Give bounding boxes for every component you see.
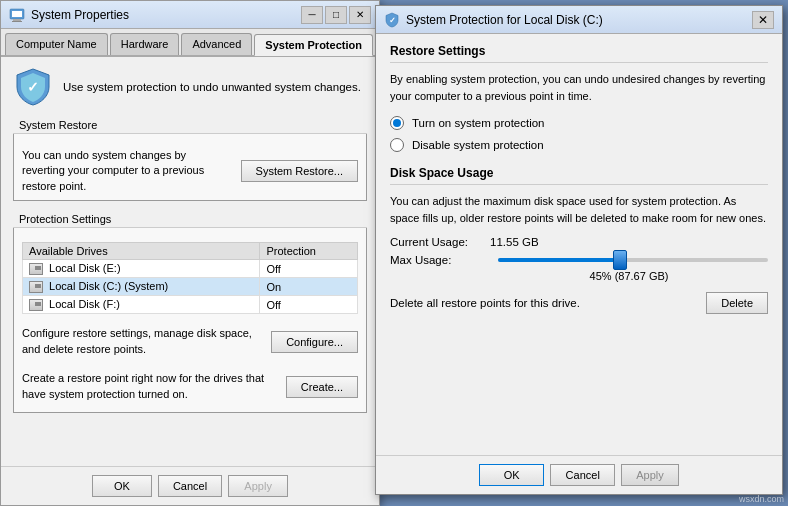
current-usage-value: 11.55 GB (490, 236, 539, 248)
svg-rect-1 (12, 11, 22, 17)
maximize-button[interactable]: □ (325, 6, 347, 24)
tab-computer-name[interactable]: Computer Name (5, 33, 108, 55)
drive-c-name: Local Disk (C:) (System) (23, 278, 260, 296)
disk-usage-description: You can adjust the maximum disk space us… (390, 193, 768, 226)
slider-percent: 45% (87.67 GB) (490, 270, 768, 282)
protection-settings-title: Protection Settings (13, 211, 367, 228)
delete-text: Delete all restore points for this drive… (390, 297, 580, 309)
turn-on-radio[interactable] (390, 116, 404, 130)
header-section: ✓ Use system protection to undo unwanted… (13, 67, 367, 107)
current-usage-label: Current Usage: (390, 236, 490, 248)
create-section: Create a restore point right now for the… (22, 367, 358, 406)
sp-apply-button[interactable]: Apply (621, 464, 679, 486)
apply-button[interactable]: Apply (228, 475, 288, 497)
tab-system-protection[interactable]: System Protection (254, 34, 373, 56)
turn-on-label: Turn on system protection (412, 117, 545, 129)
system-restore-title: System Restore (13, 117, 367, 134)
drives-col-header: Available Drives (23, 243, 260, 260)
table-row: Local Disk (E:) Off (23, 260, 358, 278)
system-restore-row: You can undo system changes by reverting… (22, 148, 358, 194)
bottom-buttons: OK Cancel Apply (1, 466, 379, 505)
sp-title-icon: ✓ (384, 12, 400, 28)
current-usage-row: Current Usage: 11.55 GB (390, 236, 768, 248)
sp-cancel-button[interactable]: Cancel (550, 464, 615, 486)
disable-option[interactable]: Disable system protection (390, 138, 768, 152)
protection-settings-content: Available Drives Protection Local Disk (… (14, 236, 366, 412)
tabs-container: Computer Name Hardware Advanced System P… (1, 29, 379, 57)
create-button[interactable]: Create... (286, 376, 358, 398)
sp-bottom-buttons: OK Cancel Apply (376, 455, 782, 494)
svg-rect-2 (13, 19, 21, 21)
max-usage-label: Max Usage: (390, 254, 490, 266)
drive-icon (29, 281, 43, 293)
minimize-button[interactable]: ─ (301, 6, 323, 24)
system-properties-titlebar: System Properties ─ □ ✕ (1, 1, 379, 29)
disable-radio[interactable] (390, 138, 404, 152)
disk-usage-divider (390, 184, 768, 185)
sp-dialog-title: System Protection for Local Disk (C:) (406, 13, 752, 27)
drives-table: Available Drives Protection Local Disk (… (22, 242, 358, 314)
close-button[interactable]: ✕ (349, 6, 371, 24)
configure-section: Configure restore settings, manage disk … (22, 322, 358, 361)
shield-icon: ✓ (13, 67, 53, 107)
disable-label: Disable system protection (412, 139, 544, 151)
disk-usage-title: Disk Space Usage (390, 166, 768, 180)
slider-fill (498, 258, 620, 262)
restore-settings-title: Restore Settings (390, 44, 768, 58)
header-text: Use system protection to undo unwanted s… (63, 79, 361, 95)
system-restore-description: You can undo system changes by reverting… (22, 148, 231, 194)
delete-button[interactable]: Delete (706, 292, 768, 314)
sp-ok-button[interactable]: OK (479, 464, 544, 486)
drive-e-protection: Off (260, 260, 358, 278)
drive-c-protection: On (260, 278, 358, 296)
tab-advanced[interactable]: Advanced (181, 33, 252, 55)
drive-f-protection: Off (260, 296, 358, 314)
system-restore-button[interactable]: System Restore... (241, 160, 358, 182)
configure-text: Configure restore settings, manage disk … (22, 326, 271, 357)
slider-thumb[interactable] (613, 250, 627, 270)
restore-divider (390, 62, 768, 63)
system-properties-content: ✓ Use system protection to undo unwanted… (1, 57, 379, 433)
system-restore-content: You can undo system changes by reverting… (14, 142, 366, 200)
drive-icon (29, 263, 43, 275)
table-row: Local Disk (C:) (System) On (23, 278, 358, 296)
drive-f-name: Local Disk (F:) (23, 296, 260, 314)
sp-dialog: ✓ System Protection for Local Disk (C:) … (375, 5, 783, 495)
svg-text:✓: ✓ (389, 16, 396, 25)
tab-hardware[interactable]: Hardware (110, 33, 180, 55)
system-properties-window: System Properties ─ □ ✕ Computer Name Ha… (0, 0, 380, 506)
svg-text:✓: ✓ (27, 79, 39, 95)
disk-space-slider[interactable] (498, 258, 768, 262)
sp-titlebar: ✓ System Protection for Local Disk (C:) … (376, 6, 782, 34)
restore-description: By enabling system protection, you can u… (390, 71, 768, 104)
disk-usage-section: Disk Space Usage You can adjust the maxi… (390, 166, 768, 314)
system-properties-icon (9, 7, 25, 23)
ok-button[interactable]: OK (92, 475, 152, 497)
drive-icon (29, 299, 43, 311)
sp-close-button[interactable]: ✕ (752, 11, 774, 29)
create-text: Create a restore point right now for the… (22, 371, 286, 402)
protection-settings-group: Protection Settings Available Drives Pro… (13, 211, 367, 413)
watermark: wsxdn.com (739, 494, 784, 504)
delete-row: Delete all restore points for this drive… (390, 292, 768, 314)
max-usage-row: Max Usage: (390, 254, 768, 266)
svg-rect-3 (12, 21, 22, 22)
title-controls: ─ □ ✕ (301, 6, 371, 24)
restore-settings-section: Restore Settings By enabling system prot… (390, 44, 768, 152)
drive-e-name: Local Disk (E:) (23, 260, 260, 278)
turn-on-option[interactable]: Turn on system protection (390, 116, 768, 130)
system-restore-group: System Restore You can undo system chang… (13, 117, 367, 201)
sp-dialog-content: Restore Settings By enabling system prot… (376, 34, 782, 324)
cancel-button[interactable]: Cancel (158, 475, 222, 497)
table-row: Local Disk (F:) Off (23, 296, 358, 314)
configure-button[interactable]: Configure... (271, 331, 358, 353)
system-properties-title: System Properties (31, 8, 301, 22)
protection-col-header: Protection (260, 243, 358, 260)
